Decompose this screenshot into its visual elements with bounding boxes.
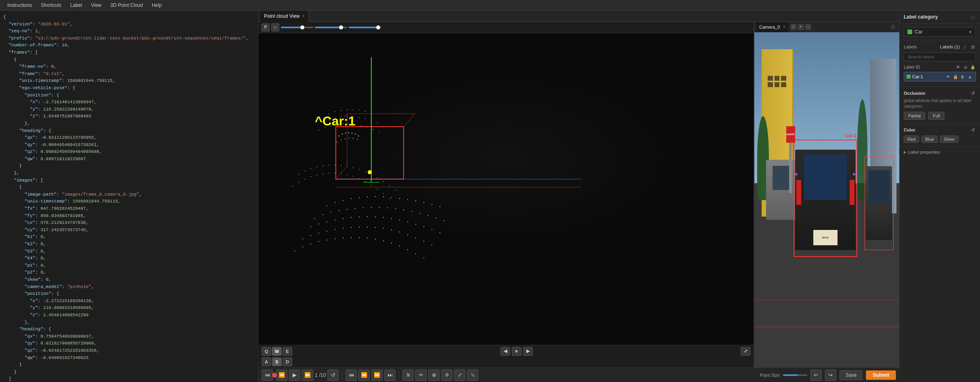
occlusion-reset-icon[interactable]: ↺	[970, 90, 976, 96]
color-btn-blue[interactable]: Blue	[921, 136, 938, 143]
pc-tab-pointcloud[interactable]: Point cloud View ×	[260, 10, 309, 22]
menu-item-help[interactable]: Help	[148, 2, 166, 9]
btn-tool-add[interactable]: ⊕	[428, 369, 440, 381]
json-line: "position": {	[3, 290, 255, 298]
json-line: ]	[3, 376, 255, 382]
right-panel: Label category □ Car ▼ Labels Labels (1)…	[899, 10, 980, 382]
contrast-track[interactable]	[315, 27, 347, 28]
json-line: "z": 1.454614668542299	[3, 312, 255, 319]
json-line: "k2": 0,	[3, 241, 255, 248]
point-size-label: Point Size	[760, 373, 780, 378]
btn-jump-end[interactable]: ⏭	[384, 369, 396, 381]
color-title: Color	[904, 127, 915, 132]
camera-btn-f[interactable]: F	[798, 24, 804, 30]
btn-redo[interactable]: ↪	[825, 369, 836, 381]
category-select[interactable]: Car ▼	[904, 27, 976, 37]
json-line: "unix-timestamp": 1566861644.759115,	[3, 77, 255, 85]
submit-button[interactable]: Submit	[866, 370, 896, 380]
btn-e[interactable]: E	[283, 347, 292, 356]
btn-s[interactable]: S	[272, 357, 282, 366]
btn-a[interactable]: A	[262, 357, 271, 366]
pc-btn-p[interactable]: P	[262, 23, 270, 31]
label-properties-toggle[interactable]: ▶ Label properties	[904, 150, 976, 154]
btn-left[interactable]: ◀	[500, 347, 510, 356]
btn-step-back[interactable]: ⏪	[358, 369, 370, 381]
btn-tool-minimize[interactable]: ⤡	[467, 369, 478, 381]
red-line-bottom	[754, 327, 899, 327]
menu-item-label[interactable]: Label	[66, 2, 86, 9]
separator-2	[399, 371, 399, 379]
btn-down[interactable]: ▼	[512, 347, 521, 356]
btn-jump-start[interactable]: ⏮	[346, 369, 357, 381]
menu-item-instructions[interactable]: Instructions	[3, 2, 36, 9]
color-reset-icon[interactable]: ↺	[970, 127, 976, 133]
point-size-slider[interactable]	[783, 374, 807, 376]
labels-count-badge: Labels (1) ↕ ⊟	[940, 44, 976, 50]
pc-canvas[interactable]: ^Car:1	[258, 33, 754, 345]
progress-thumb[interactable]	[272, 373, 277, 378]
label-icon-eye[interactable]: 👁	[955, 64, 961, 70]
camera-btn-c[interactable]: C	[791, 24, 796, 30]
menu-item-3d-point-cloud[interactable]: 3D Point Cloud	[106, 2, 147, 9]
rp-icon-expand[interactable]: □	[970, 14, 976, 20]
label-item-icon-collapse[interactable]: ▲	[967, 73, 973, 80]
btn-tool-select[interactable]: 🖱	[402, 369, 414, 381]
save-button[interactable]: Save	[840, 370, 863, 380]
camera-btn-box[interactable]: □	[805, 24, 811, 30]
btn-tool-edit[interactable]: ✏	[415, 369, 427, 381]
point-cloud-view[interactable]: P □	[258, 22, 754, 367]
labels-sort-icon[interactable]: ↕	[961, 44, 968, 50]
json-line: "z": 1.8348751887989483	[3, 113, 255, 120]
label-id-row: Label ID 👁 ◎ 🔒	[904, 64, 976, 70]
json-line: "qz": 0.00802456590484865688,	[3, 148, 255, 156]
btn-prev-frame[interactable]: ⏪	[276, 369, 287, 381]
menu-item-view[interactable]: View	[87, 2, 105, 9]
color-btn-silver[interactable]: Silver	[940, 136, 959, 143]
label-item-icon-eye[interactable]: 👁	[945, 73, 951, 80]
car-bbox-camera-2	[865, 156, 894, 250]
camera-tab-close[interactable]: ×	[783, 25, 785, 29]
label-item-icon-lock[interactable]: 🔒	[952, 73, 959, 80]
btn-expand[interactable]: ⤢	[741, 347, 750, 356]
btn-d[interactable]: D	[283, 357, 292, 366]
pc-tab-bar: Point cloud View ×	[258, 10, 899, 22]
nav-arrow-buttons: ◀ ▼ ▶	[500, 347, 533, 356]
btn-tool-crosshair[interactable]: ✛	[441, 369, 452, 381]
btn-play[interactable]: ▶	[289, 369, 300, 381]
color-btn-red[interactable]: Red	[904, 136, 919, 143]
point-size-fill	[783, 374, 798, 376]
json-line: "position": {	[3, 92, 255, 99]
category-color-swatch	[907, 29, 912, 34]
camera-expand[interactable]: ⟨⟩	[889, 24, 898, 30]
rp-header-icons: □	[970, 14, 976, 20]
btn-next-frame[interactable]: ⏩	[302, 369, 313, 381]
btn-first-frame[interactable]: ⏮	[262, 369, 273, 381]
btn-right[interactable]: ▶	[523, 347, 533, 356]
menu-item-shortcuts[interactable]: Shortcuts	[37, 2, 65, 9]
json-line: "images": [	[3, 177, 255, 184]
pc-btn-box[interactable]: □	[271, 23, 279, 31]
camera-tab-0[interactable]: Camera_0 ×	[756, 22, 789, 32]
json-line: "heading": {	[3, 127, 255, 135]
search-labels-input[interactable]	[904, 52, 976, 61]
brightness-track[interactable]	[281, 27, 313, 28]
occlusion-btn-partial[interactable]: Partial	[904, 112, 925, 120]
btn-q[interactable]: Q	[262, 347, 271, 356]
category-section: Car ▼	[900, 24, 980, 40]
labels-filter-icon[interactable]: ⊟	[970, 44, 976, 50]
pc-tab-close[interactable]: ×	[302, 14, 305, 18]
occlusion-btn-full[interactable]: Full	[928, 112, 944, 120]
json-line: },	[3, 120, 255, 127]
slider-3-track[interactable]	[349, 27, 381, 28]
btn-step-fwd[interactable]: ⏩	[371, 369, 383, 381]
occlusion-section: Occlusion ↺ global attribute that applie…	[900, 87, 980, 123]
label-icon-lock[interactable]: 🔒	[970, 64, 976, 70]
label-icon-eye2[interactable]: ◎	[962, 64, 969, 70]
label-item-icon-delete[interactable]: 🗑	[959, 73, 966, 80]
btn-w[interactable]: W	[272, 347, 282, 356]
category-name: Car	[915, 29, 968, 35]
btn-undo[interactable]: ↩	[810, 369, 822, 381]
btn-tool-resize[interactable]: ⤢	[454, 369, 465, 381]
label-item-car1[interactable]: Car:1 👁 🔒 🗑 ▲	[904, 72, 976, 81]
btn-loop[interactable]: ↺	[327, 369, 339, 381]
